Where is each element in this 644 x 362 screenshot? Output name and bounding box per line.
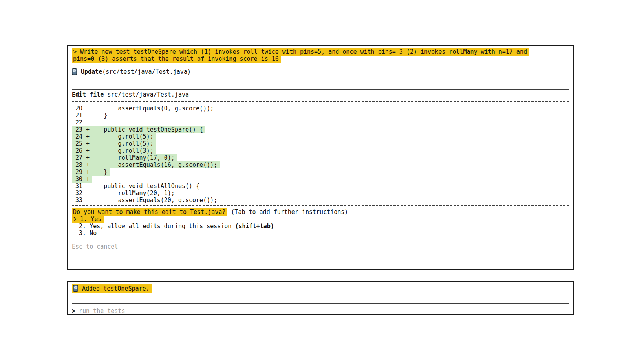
esc-cancel-hint: Esc to cancel	[72, 243, 569, 250]
option-no[interactable]: 3. No	[72, 230, 569, 237]
diff-line: 31 public void testAllOnes() {	[72, 183, 569, 190]
edit-action-label: Edit file	[72, 91, 104, 98]
diff-line-added: 24 + g.roll(5);	[72, 133, 569, 140]
tool-bullet-icon	[73, 285, 78, 294]
result-highlight: Added testOneSpare.	[72, 284, 152, 293]
diff-line: 21 }	[72, 112, 569, 119]
tool-target: (src/test/java/Test.java)	[102, 68, 191, 75]
user-prompt: > Write new test testOneSpare which (1) …	[72, 48, 569, 62]
diff-line: 20 assertEquals(0, g.score());	[72, 105, 569, 112]
diff-block: 20 assertEquals(0, g.score()); 21 } 22 2…	[72, 105, 569, 204]
confirm-question: Do you want to make this edit to Test.ja…	[72, 208, 227, 216]
diff-line-added: 30 +	[72, 176, 569, 183]
diff-line: 22	[72, 119, 569, 126]
tool-name: Update	[81, 68, 102, 75]
conversation-box: > Write new test testOneSpare which (1) …	[67, 45, 574, 270]
user-prompt-line: pins=0 (3) asserts that the result of in…	[72, 55, 281, 63]
divider-solid	[72, 89, 569, 90]
diff-line-added: 28 + assertEquals(16, g.score());	[72, 161, 569, 168]
divider-dashed	[72, 205, 569, 206]
divider-dashed	[72, 101, 569, 102]
result-row: Added testOneSpare.	[72, 284, 569, 294]
option-yes[interactable]: ❯ 1. Yes	[72, 216, 569, 223]
edit-file-path: src/test/java/Test.java	[107, 91, 189, 98]
user-prompt-line: > Write new test testOneSpare which (1) …	[72, 48, 529, 56]
diff-line-added: 29 + }	[72, 168, 569, 176]
tool-bullet-icon	[72, 68, 77, 77]
followup-box: Added testOneSpare. > run the tests	[67, 281, 574, 315]
input-prompt-caret: >	[72, 307, 79, 314]
result-message: Added testOneSpare.	[82, 285, 150, 292]
diff-line-added: 25 + g.roll(5);	[72, 140, 569, 147]
input-divider	[72, 303, 569, 304]
diff-line-added: 26 + g.roll(3);	[72, 147, 569, 154]
confirm-hint: (Tab to add further instructions)	[231, 208, 348, 216]
diff-line-added: 27 + rollMany(17, 0);	[72, 154, 569, 161]
confirm-question-row: Do you want to make this edit to Test.ja…	[72, 208, 569, 216]
page: { "theme": { "highlight": "#F3C314", "ad…	[0, 0, 644, 362]
diff-line: 32 rollMany(20, 1);	[72, 190, 569, 197]
tool-call-row: Update(src/test/java/Test.java)	[72, 68, 569, 77]
edit-header: Edit filesrc/test/java/Test.java	[72, 91, 569, 99]
option-yes-all-session[interactable]: 2. Yes, allow all edits during this sess…	[72, 223, 569, 230]
chat-input[interactable]: > run the tests	[72, 307, 569, 314]
input-placeholder: run the tests	[79, 307, 125, 314]
diff-line: 33 assertEquals(20, g.score());	[72, 197, 569, 204]
diff-line-added: 23 + public void testOneSpare() {	[72, 126, 569, 133]
